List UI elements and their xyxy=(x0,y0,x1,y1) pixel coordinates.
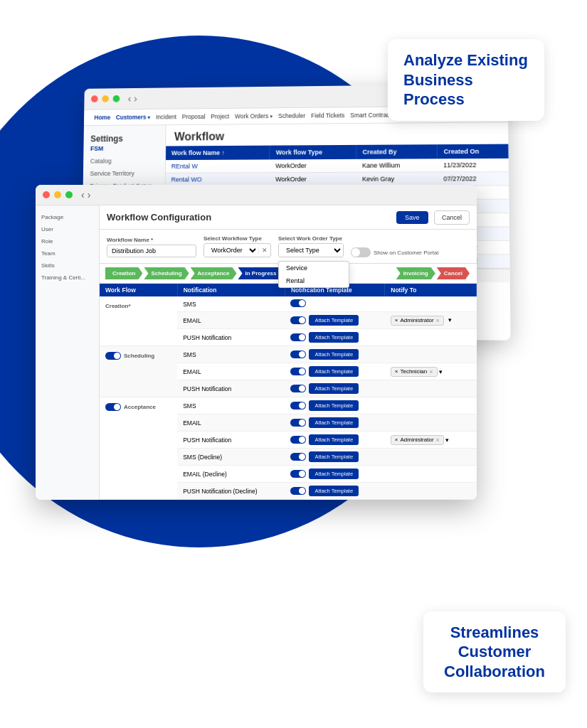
attach-btn-push-creation[interactable]: Attach Template xyxy=(309,332,359,343)
save-button[interactable]: Save xyxy=(396,211,428,224)
attach-btn-sms-scheduling[interactable]: Attach Template xyxy=(309,349,359,360)
stage-inprogress[interactable]: In Progress xyxy=(238,267,284,279)
workflow-name-input[interactable] xyxy=(107,245,196,257)
front-sidebar-training[interactable]: Training & Certi... xyxy=(36,272,99,284)
toggle-sms-acceptance[interactable] xyxy=(290,402,306,410)
notify-x-admin-acc[interactable]: × xyxy=(395,437,398,443)
attach-btn-push-scheduling[interactable]: Attach Template xyxy=(309,383,359,394)
label-bottom-title: Streamlines Customer Collaboration xyxy=(439,623,550,682)
workflow-row-name[interactable]: REntal W xyxy=(166,159,270,173)
chrome-btn-yellow[interactable] xyxy=(102,95,109,102)
front-nav-back-btn[interactable]: ‹ xyxy=(81,189,85,200)
attach-btn-email-acceptance[interactable]: Attach Template xyxy=(309,417,359,428)
toggle-push-acceptance[interactable] xyxy=(290,436,306,444)
nav-forward-btn[interactable]: › xyxy=(134,93,137,105)
nav-home[interactable]: Home xyxy=(92,113,112,122)
sidebar-item-service-territory[interactable]: Service Territory xyxy=(83,167,165,180)
nav-incident[interactable]: Incident xyxy=(154,112,179,121)
notify-dropdown-acceptance[interactable]: ▾ xyxy=(445,436,449,443)
toggle-push-scheduling[interactable] xyxy=(290,385,306,392)
front-sidebar-skills[interactable]: Skills xyxy=(36,259,99,272)
nav-scheduler[interactable]: Scheduler xyxy=(276,112,307,120)
nav-proposal[interactable]: Proposal xyxy=(180,112,208,121)
toggle-push-decline[interactable] xyxy=(290,487,306,495)
workorder-type-dropdown[interactable]: Service Rental xyxy=(278,261,349,288)
sidebar-title: Settings xyxy=(84,131,166,145)
toggle-scheduling-group[interactable] xyxy=(105,352,121,360)
nav-project[interactable]: Project xyxy=(208,112,231,121)
template-sms-creation xyxy=(285,296,384,312)
workflow-name-field: Workflow Name * xyxy=(107,237,196,257)
notify-dropdown-scheduling[interactable]: ▾ xyxy=(439,368,443,375)
toggle-push-creation[interactable] xyxy=(290,333,306,341)
toggle-email-decline[interactable] xyxy=(290,470,306,478)
stage-acceptance[interactable]: Acceptance xyxy=(191,267,237,279)
attach-btn-email-creation[interactable]: Attach Template xyxy=(309,315,359,326)
cancel-button[interactable]: Cancel xyxy=(434,210,470,225)
stage-scheduling[interactable]: Scheduling xyxy=(144,267,189,279)
notif-push-creation: PUSH Notification xyxy=(177,329,285,346)
workorder-type-label: Select Work Order Type xyxy=(278,235,344,242)
front-sidebar-team[interactable]: Team xyxy=(36,247,99,259)
notify-x-tech[interactable]: × xyxy=(395,368,398,375)
front-nav-forward-btn[interactable]: › xyxy=(88,189,91,200)
toggle-sms-creation[interactable] xyxy=(290,299,306,307)
toggle-sms-decline[interactable] xyxy=(290,453,306,461)
attach-btn-email-decline[interactable]: Attach Template xyxy=(309,469,359,479)
group-scheduling-cell: Scheduling xyxy=(100,346,177,397)
notify-x-admin-acc-btn[interactable]: × xyxy=(436,437,440,444)
front-chrome-btn-yellow[interactable] xyxy=(54,191,61,198)
attach-btn-sms-acceptance[interactable]: Attach Template xyxy=(309,400,359,411)
front-chrome-nav: ‹ › xyxy=(81,189,90,200)
notify-x-btn[interactable]: × xyxy=(436,317,440,324)
toggle-acceptance-group[interactable] xyxy=(105,403,121,411)
attach-btn-push-acceptance[interactable]: Attach Template xyxy=(309,434,359,445)
table-row: REntal W WorkOrder Kane Willium 11/23/20… xyxy=(166,159,509,173)
stage-cancel[interactable]: Cancel xyxy=(437,267,470,279)
show-portal-toggle[interactable] xyxy=(351,247,371,257)
front-chrome-btn-red[interactable] xyxy=(43,191,50,198)
notify-x-tech-btn[interactable]: × xyxy=(429,368,433,375)
notify-x-admin[interactable]: × xyxy=(395,317,398,323)
template-push-acceptance: Attach Template xyxy=(285,432,384,449)
wfc-header: Workflow Configuration Save Cancel xyxy=(100,205,477,230)
dropdown-option-service[interactable]: Service xyxy=(279,262,349,274)
front-layout: Package User Role Team Skills Training &… xyxy=(36,205,477,500)
notify-tag-admin-acceptance: × Administrator × xyxy=(391,435,444,445)
stage-creation[interactable]: Creation xyxy=(105,267,142,279)
dropdown-option-rental[interactable]: Rental xyxy=(279,274,349,287)
wfc-title: Workflow Configuration xyxy=(107,212,211,223)
front-sidebar-package[interactable]: Package xyxy=(36,211,99,223)
group-scheduling-label: Scheduling xyxy=(124,353,154,359)
notify-push-acceptance: × Administrator × ▾ xyxy=(385,432,477,449)
notify-dropdown-creation[interactable]: ▾ xyxy=(448,316,452,323)
notify-push-decline xyxy=(385,483,477,500)
nav-back-btn[interactable]: ‹ xyxy=(128,93,132,105)
front-sidebar-user[interactable]: User xyxy=(36,223,99,235)
chrome-btn-green[interactable] xyxy=(113,95,120,102)
stage-invoicing[interactable]: Invoicing xyxy=(396,267,435,279)
toggle-email-acceptance[interactable] xyxy=(290,419,306,427)
toggle-email-scheduling[interactable] xyxy=(290,368,306,375)
workflow-type-label: Select Workflow Type xyxy=(203,235,271,242)
show-portal-field: Show on Customer Portal xyxy=(351,247,438,257)
front-chrome-btn-green[interactable] xyxy=(65,191,73,198)
notify-email-decline xyxy=(385,466,477,483)
col-created-by: Created By xyxy=(356,144,438,159)
attach-btn-sms-decline[interactable]: Attach Template xyxy=(309,451,359,462)
attach-btn-push-decline[interactable]: Attach Template xyxy=(309,486,359,496)
front-sidebar-role[interactable]: Role xyxy=(36,235,99,247)
wfc-action-buttons: Save Cancel xyxy=(396,210,470,225)
attach-btn-email-scheduling[interactable]: Attach Template xyxy=(309,366,359,377)
nav-workorders[interactable]: Work Orders xyxy=(233,112,275,120)
workflow-type-select[interactable]: WorkOrder FieldTicket Proposal xyxy=(204,244,258,257)
config-table-scroll[interactable]: Work Flow Notification Notification Temp… xyxy=(100,284,477,500)
workflow-type-clear[interactable]: ✕ xyxy=(258,247,270,254)
toggle-email-creation[interactable] xyxy=(290,316,306,324)
nav-fieldtickets[interactable]: Field Tickets xyxy=(309,111,347,119)
sidebar-item-catalog[interactable]: Catalog xyxy=(83,154,165,167)
workorder-type-select[interactable]: Select Type Service Rental xyxy=(279,244,343,257)
nav-customers[interactable]: Customers xyxy=(114,113,152,122)
chrome-btn-red[interactable] xyxy=(91,95,98,102)
toggle-sms-scheduling[interactable] xyxy=(290,350,306,358)
